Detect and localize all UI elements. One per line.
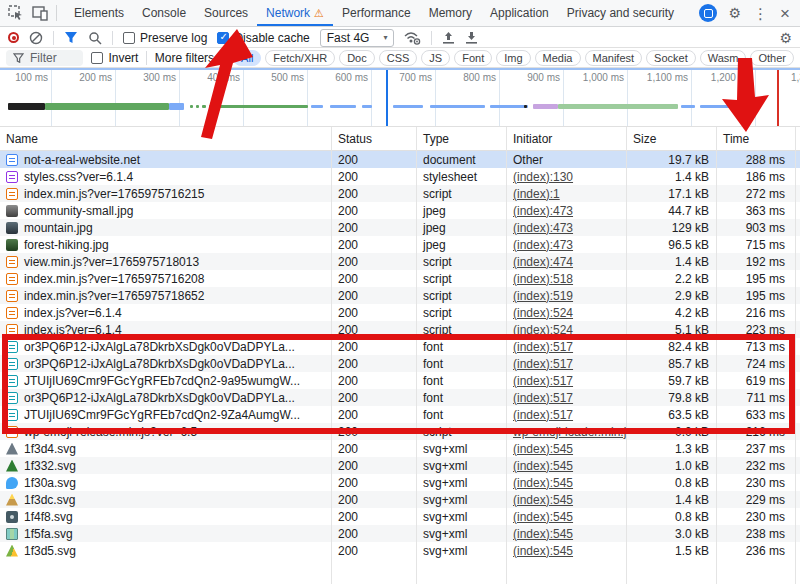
request-initiator[interactable]: (index):1: [513, 187, 560, 201]
request-name: index.js?ver=6.1.4: [24, 323, 122, 337]
column-header-name[interactable]: Name: [0, 132, 331, 146]
request-initiator[interactable]: wp-emoji-loader.min.js:2: [513, 425, 626, 439]
timeline-tick-label: 1,100 ms: [631, 72, 688, 83]
filter-chip-fetchxhr[interactable]: Fetch/XHR: [265, 50, 335, 66]
request-initiator[interactable]: (index):130: [513, 170, 573, 184]
table-row[interactable]: or3PQ6P12-iJxAlgLa78DkrbXsDgk0oVDaDPYLa.…: [0, 355, 800, 372]
request-initiator[interactable]: (index):474: [513, 255, 573, 269]
column-header-size[interactable]: Size: [626, 132, 716, 146]
invert-checkbox[interactable]: Invert: [91, 51, 138, 65]
column-header-initiator[interactable]: Initiator: [506, 132, 626, 146]
request-initiator[interactable]: (index):545: [513, 510, 573, 524]
table-row[interactable]: view.min.js?ver=1765975718013200script(i…: [0, 253, 800, 270]
filter-chip-other[interactable]: Other: [750, 50, 794, 66]
tab-console[interactable]: Console: [133, 0, 195, 26]
focus-mode-icon[interactable]: [699, 4, 717, 22]
filter-chip-media[interactable]: Media: [535, 50, 581, 66]
close-icon[interactable]: ×: [780, 5, 790, 22]
table-row[interactable]: 1f3d5.svg200svg+xml(index):5451.5 kB236 …: [0, 542, 800, 559]
table-row[interactable]: index.min.js?ver=1765975718652200script(…: [0, 287, 800, 304]
request-initiator[interactable]: (index):524: [513, 323, 573, 337]
export-har-icon[interactable]: [465, 31, 478, 45]
record-button[interactable]: [8, 32, 19, 43]
request-initiator[interactable]: (index):517: [513, 340, 573, 354]
request-initiator[interactable]: (index):517: [513, 408, 573, 422]
table-row[interactable]: JTUIjIU69Cmr9FGcYgRFEb7cdQn2-9a95wumgW..…: [0, 372, 800, 389]
table-row[interactable]: index.min.js?ver=1765975716215200script(…: [0, 185, 800, 202]
network-settings-gear-icon[interactable]: ⚙: [779, 31, 792, 45]
filter-chip-js[interactable]: JS: [421, 50, 450, 66]
tab-sources[interactable]: Sources: [195, 0, 257, 26]
tab-memory[interactable]: Memory: [420, 0, 481, 26]
filter-toggle-icon[interactable]: [64, 31, 78, 44]
table-row[interactable]: forest-hiking.jpg200jpeg(index):47396.5 …: [0, 236, 800, 253]
column-header-status[interactable]: Status: [331, 132, 416, 146]
checkbox-unchecked[interactable]: [91, 52, 103, 64]
more-filters-button[interactable]: More filters ▾: [155, 51, 223, 65]
disable-cache-checkbox[interactable]: Disable cache: [217, 31, 309, 45]
request-initiator[interactable]: (index):545: [513, 544, 573, 558]
throttling-select[interactable]: Fast 4G ▾: [320, 29, 395, 47]
tab-privacy-and-security[interactable]: Privacy and security: [558, 0, 683, 26]
table-row[interactable]: index.js?ver=6.1.4200script(index):5245.…: [0, 321, 800, 338]
filter-chip-wasm[interactable]: Wasm: [700, 50, 747, 66]
filter-chip-font[interactable]: Font: [454, 50, 492, 66]
tab-performance[interactable]: Performance: [333, 0, 420, 26]
request-initiator[interactable]: (index):545: [513, 493, 573, 507]
settings-gear-icon[interactable]: ⚙: [729, 6, 742, 20]
request-initiator[interactable]: (index):473: [513, 238, 573, 252]
table-row[interactable]: mountain.jpg200jpeg(index):473129 kB903 …: [0, 219, 800, 236]
request-initiator[interactable]: (index):473: [513, 204, 573, 218]
clear-button[interactable]: [29, 31, 43, 45]
table-row[interactable]: 1f4f8.svg200svg+xml(index):5450.8 kB230 …: [0, 508, 800, 525]
kebab-menu-icon[interactable]: ⋮: [753, 6, 768, 21]
network-overview[interactable]: 100 ms200 ms300 ms400 ms500 ms600 ms700 …: [0, 68, 800, 127]
table-row[interactable]: or3PQ6P12-iJxAlgLa78DkrbXsDgk0oVDaDPYLa.…: [0, 338, 800, 355]
request-initiator[interactable]: (index):473: [513, 221, 573, 235]
table-row[interactable]: wp-emoji-release.min.js?ver=6.5200script…: [0, 423, 800, 440]
request-initiator[interactable]: (index):545: [513, 476, 573, 490]
tab-elements[interactable]: Elements: [65, 0, 133, 26]
tab-application[interactable]: Application: [481, 0, 558, 26]
request-initiator[interactable]: (index):517: [513, 357, 573, 371]
table-row[interactable]: styles.css?ver=6.1.4200stylesheet(index)…: [0, 168, 800, 185]
tab-network[interactable]: Network⚠: [257, 0, 333, 26]
filter-chip-css[interactable]: CSS: [379, 50, 418, 66]
table-row[interactable]: index.min.js?ver=1765975716208200script(…: [0, 270, 800, 287]
import-har-icon[interactable]: [442, 31, 455, 45]
table-row[interactable]: index.js?ver=6.1.4200script(index):5244.…: [0, 304, 800, 321]
request-initiator[interactable]: (index):545: [513, 459, 573, 473]
request-initiator[interactable]: (index):518: [513, 272, 573, 286]
table-row[interactable]: 1f5fa.svg200svg+xml(index):5453.0 kB238 …: [0, 525, 800, 542]
filter-chip-img[interactable]: Img: [496, 50, 530, 66]
request-initiator[interactable]: (index):545: [513, 527, 573, 541]
search-icon[interactable]: [88, 31, 102, 45]
checkbox-unchecked[interactable]: [123, 32, 135, 44]
filter-chip-manifest[interactable]: Manifest: [585, 50, 643, 66]
table-row[interactable]: 1f30a.svg200svg+xml(index):5450.8 kB230 …: [0, 474, 800, 491]
filter-chip-doc[interactable]: Doc: [339, 50, 375, 66]
table-row[interactable]: JTUIjIU69Cmr9FGcYgRFEb7cdQn2-9Za4AumgW..…: [0, 406, 800, 423]
request-initiator[interactable]: (index):524: [513, 306, 573, 320]
table-row[interactable]: 1f3d4.svg200svg+xml(index):5451.3 kB237 …: [0, 440, 800, 457]
filter-chip-socket[interactable]: Socket: [646, 50, 696, 66]
request-initiator[interactable]: (index):519: [513, 289, 573, 303]
filter-input[interactable]: Filter: [6, 50, 83, 66]
network-conditions-icon[interactable]: [404, 31, 421, 45]
inspect-element-icon[interactable]: [8, 5, 24, 21]
column-header-time[interactable]: Time: [716, 132, 795, 146]
filter-chip-all[interactable]: All: [233, 50, 261, 66]
table-row[interactable]: 1f332.svg200svg+xml(index):5451.0 kB232 …: [0, 457, 800, 474]
request-initiator[interactable]: (index):545: [513, 442, 573, 456]
table-row[interactable]: community-small.jpg200jpeg(index):47344.…: [0, 202, 800, 219]
preserve-log-checkbox[interactable]: Preserve log: [123, 31, 207, 45]
checkbox-checked[interactable]: [217, 32, 229, 44]
device-toolbar-icon[interactable]: [32, 5, 48, 21]
table-row[interactable]: or3PQ6P12-iJxAlgLa78DkrbXsDgk0oVDaDPYLa.…: [0, 389, 800, 406]
column-header-type[interactable]: Type: [416, 132, 506, 146]
request-initiator[interactable]: (index):517: [513, 374, 573, 388]
request-initiator[interactable]: (index):517: [513, 391, 573, 405]
table-row[interactable]: not-a-real-website.net200documentOther19…: [0, 151, 800, 168]
tab-label: Elements: [74, 6, 124, 20]
table-row[interactable]: 1f3dc.svg200svg+xml(index):5451.4 kB229 …: [0, 491, 800, 508]
